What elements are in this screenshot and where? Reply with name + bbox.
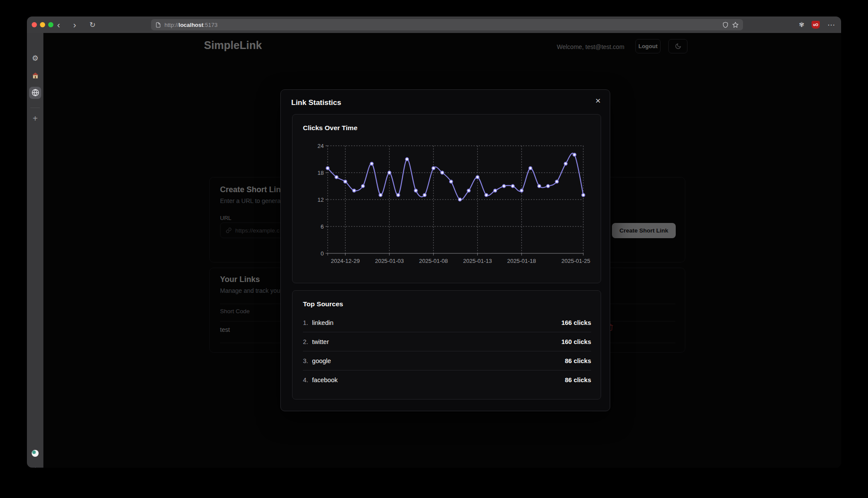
svg-text:12: 12 xyxy=(318,197,324,203)
downloads-icon[interactable] xyxy=(27,467,43,468)
url-bar[interactable]: http://localhost:5173 xyxy=(151,19,743,30)
close-icon[interactable]: × xyxy=(592,94,605,107)
source-clicks: 86 clicks xyxy=(565,357,591,364)
bookmark-star-icon[interactable] xyxy=(732,22,739,28)
svg-text:0: 0 xyxy=(321,250,324,257)
new-tab-plus-icon[interactable]: + xyxy=(27,114,43,124)
source-clicks: 86 clicks xyxy=(565,377,591,383)
ublock-extension-icon[interactable]: uO xyxy=(812,21,820,29)
svg-text:2025-01-13: 2025-01-13 xyxy=(463,258,492,264)
source-name: linkedin xyxy=(312,319,333,326)
link-statistics-modal: Link Statistics × Clicks Over Time 06121… xyxy=(280,89,610,411)
source-rank: 1. xyxy=(303,319,308,326)
source-rank: 3. xyxy=(303,357,308,364)
sidebar-divider xyxy=(30,108,40,108)
modal-title: Link Statistics xyxy=(291,98,341,107)
page-content: SimpleLink Welcome, test@test.com Logout… xyxy=(43,33,841,468)
menu-ellipsis-icon[interactable]: ⋯ xyxy=(825,16,837,33)
source-name: facebook xyxy=(312,377,338,383)
clicks-chart-card: Clicks Over Time 061218242024-12-292025-… xyxy=(292,114,601,283)
svg-text:2024-12-29: 2024-12-29 xyxy=(331,258,360,264)
source-row: 3.google 86 clicks xyxy=(303,351,591,370)
back-icon[interactable]: ‹ xyxy=(53,16,64,33)
workspace-logo-icon[interactable] xyxy=(27,449,43,457)
reload-icon[interactable]: ↻ xyxy=(87,16,98,33)
svg-text:2025-01-03: 2025-01-03 xyxy=(375,258,404,264)
sources-list: 1.linkedin 166 clicks 2.twitter 160 clic… xyxy=(303,313,591,390)
minimize-window-button[interactable] xyxy=(40,22,45,27)
url-text: http://localhost:5173 xyxy=(164,22,217,28)
source-clicks: 166 clicks xyxy=(561,319,591,326)
source-rank: 4. xyxy=(303,377,308,383)
home-tab-icon[interactable] xyxy=(27,72,43,79)
source-rank: 2. xyxy=(303,338,308,345)
page-file-icon xyxy=(155,22,161,28)
source-row: 1.linkedin 166 clicks xyxy=(303,313,591,332)
globe-tab-icon[interactable] xyxy=(27,88,43,97)
source-row: 2.twitter 160 clicks xyxy=(303,332,591,351)
forward-icon[interactable]: › xyxy=(69,16,80,33)
svg-text:2025-01-08: 2025-01-08 xyxy=(419,258,448,264)
svg-text:18: 18 xyxy=(318,170,324,176)
chart-card-title: Clicks Over Time xyxy=(303,124,358,132)
svg-text:6: 6 xyxy=(321,223,324,230)
svg-text:2025-01-18: 2025-01-18 xyxy=(507,258,536,264)
shield-icon[interactable] xyxy=(722,22,729,28)
traffic-lights xyxy=(32,22,53,27)
extensions-icon[interactable]: ✾ xyxy=(796,16,807,33)
clicks-over-time-chart: 061218242024-12-292025-01-032025-01-0820… xyxy=(307,142,592,268)
top-sources-card: Top Sources 1.linkedin 166 clicks 2.twit… xyxy=(292,290,601,400)
source-clicks: 160 clicks xyxy=(561,338,591,345)
source-name: twitter xyxy=(312,338,329,345)
source-row: 4.facebook 86 clicks xyxy=(303,370,591,390)
svg-text:24: 24 xyxy=(318,143,324,149)
browser-toolbar: ‹ › ↻ http://localhost:5173 ✾ xyxy=(27,16,841,33)
browser-window: ‹ › ↻ http://localhost:5173 ✾ xyxy=(27,16,841,468)
browser-sidebar: ⚙ + xyxy=(27,33,43,468)
source-name: google xyxy=(312,357,331,364)
settings-gear-icon[interactable]: ⚙ xyxy=(27,54,43,63)
svg-text:2025-01-25: 2025-01-25 xyxy=(562,258,591,264)
close-window-button[interactable] xyxy=(32,22,37,27)
sources-card-title: Top Sources xyxy=(303,300,343,308)
